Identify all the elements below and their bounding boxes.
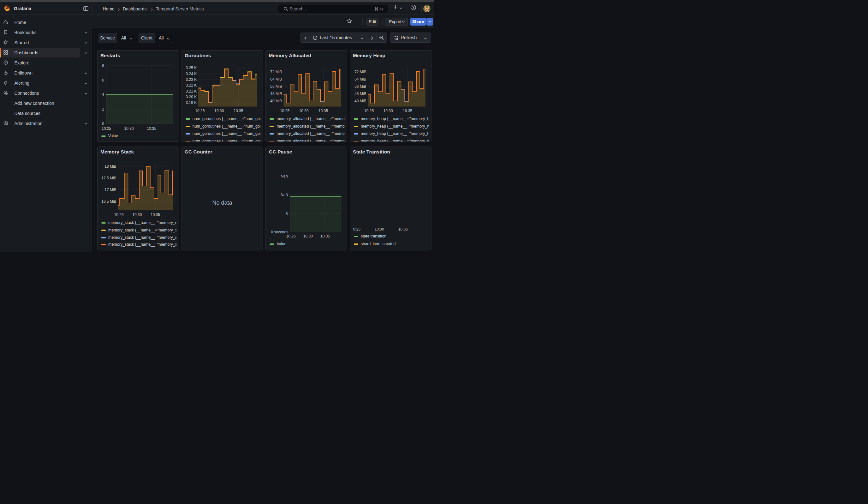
svg-text:10:30: 10:30	[299, 109, 309, 113]
svg-text:NaN: NaN	[281, 192, 289, 197]
svg-text:10:25: 10:25	[114, 213, 124, 217]
svg-text:17.5 MiB: 17.5 MiB	[101, 176, 116, 180]
svg-text:56 MiB: 56 MiB	[270, 84, 282, 89]
svg-text:10:30: 10:30	[214, 109, 224, 113]
svg-text:3.23 K: 3.23 K	[186, 78, 197, 82]
svg-text:48 MiB: 48 MiB	[270, 92, 282, 96]
svg-text:2: 2	[102, 107, 104, 112]
svg-text:3.21 K: 3.21 K	[186, 89, 197, 93]
svg-text:40 MiB: 40 MiB	[354, 99, 366, 103]
svg-text:40 MiB: 40 MiB	[270, 99, 282, 103]
svg-text:72 MiB: 72 MiB	[270, 70, 282, 74]
svg-text:10:35: 10:35	[403, 109, 412, 113]
svg-text:10:30: 10:30	[132, 213, 142, 217]
svg-text:10:35: 10:35	[320, 234, 330, 238]
svg-text:10:30: 10:30	[124, 126, 134, 131]
svg-text:10:35: 10:35	[234, 109, 243, 113]
svg-text:64 MiB: 64 MiB	[354, 77, 366, 81]
svg-text:56 MiB: 56 MiB	[354, 84, 366, 89]
svg-text:10:35: 10:35	[319, 109, 328, 113]
svg-text:0:25: 0:25	[353, 227, 361, 231]
svg-text:3.22 K: 3.22 K	[186, 83, 197, 88]
svg-text:3.24 K: 3.24 K	[186, 71, 197, 76]
svg-text:10:25: 10:25	[195, 109, 205, 113]
svg-text:0 seconds: 0 seconds	[271, 229, 289, 234]
svg-text:17 MiB: 17 MiB	[104, 187, 116, 192]
svg-text:10:35: 10:35	[398, 227, 408, 231]
svg-text:8: 8	[102, 63, 104, 68]
svg-text:16.5 MiB: 16.5 MiB	[101, 199, 116, 203]
svg-text:3.20 K: 3.20 K	[186, 95, 197, 99]
svg-text:48 MiB: 48 MiB	[354, 92, 366, 96]
svg-text:64 MiB: 64 MiB	[270, 77, 282, 81]
svg-text:10:25: 10:25	[102, 126, 111, 131]
svg-text:10:25: 10:25	[280, 109, 290, 113]
svg-text:72 MiB: 72 MiB	[354, 70, 366, 74]
svg-text:10:35: 10:35	[151, 213, 160, 217]
svg-text:10:25: 10:25	[364, 109, 374, 113]
svg-text:10:30: 10:30	[375, 227, 384, 231]
svg-text:0: 0	[102, 122, 104, 126]
svg-text:10:35: 10:35	[147, 126, 156, 131]
svg-text:0: 0	[286, 211, 289, 215]
svg-text:6: 6	[102, 78, 104, 82]
svg-text:10:30: 10:30	[303, 234, 313, 238]
svg-text:3.19 K: 3.19 K	[186, 101, 197, 105]
svg-text:10:25: 10:25	[286, 234, 296, 238]
svg-text:10:30: 10:30	[383, 109, 393, 113]
svg-text:4: 4	[102, 92, 104, 96]
svg-text:18 MiB: 18 MiB	[104, 164, 116, 169]
svg-text:3.25 K: 3.25 K	[186, 66, 197, 70]
svg-text:NaN: NaN	[281, 174, 289, 178]
